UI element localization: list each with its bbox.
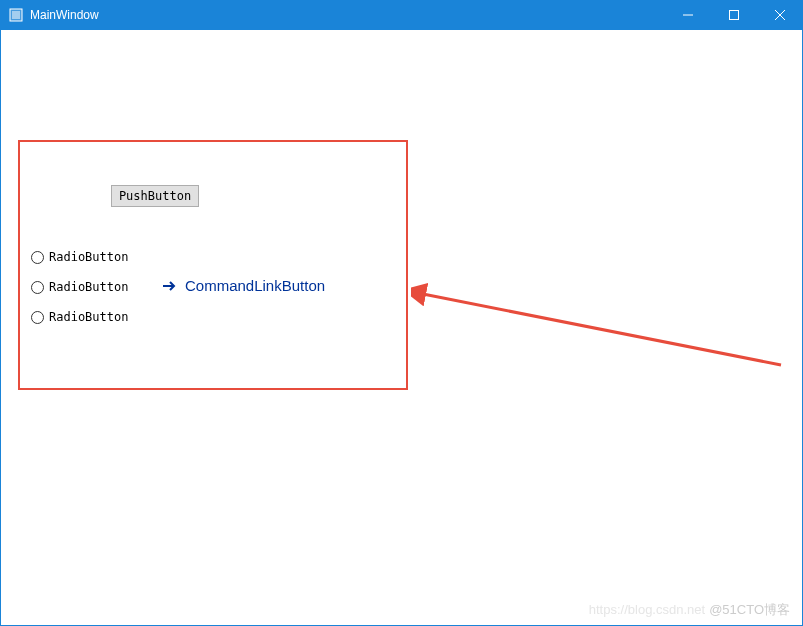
arrow-right-icon [161,278,177,294]
push-button-label: PushButton [119,189,191,203]
radio-button-1[interactable]: RadioButton [31,250,128,264]
client-area: PushButton RadioButton RadioButton Radio… [0,30,803,626]
command-link-label: CommandLinkButton [185,277,325,294]
close-button[interactable] [757,0,803,30]
app-icon [8,7,24,23]
annotation-arrow [411,280,786,370]
radio-label: RadioButton [49,250,128,264]
watermark-text: @51CTO博客 [709,602,790,617]
radio-group: RadioButton RadioButton RadioButton [31,250,128,340]
radio-button-2[interactable]: RadioButton [31,280,128,294]
minimize-button[interactable] [665,0,711,30]
titlebar: MainWindow [0,0,803,30]
radio-icon [31,311,44,324]
svg-rect-3 [730,11,739,20]
radio-button-3[interactable]: RadioButton [31,310,128,324]
radio-icon [31,281,44,294]
svg-rect-1 [12,11,20,19]
maximize-button[interactable] [711,0,757,30]
watermark: https://blog.csdn.net@51CTO博客 [589,601,790,619]
radio-label: RadioButton [49,280,128,294]
radio-icon [31,251,44,264]
command-link-button[interactable]: CommandLinkButton [161,277,341,294]
window-title: MainWindow [30,8,99,22]
svg-line-8 [423,294,781,365]
watermark-url: https://blog.csdn.net [589,602,705,617]
window-controls [665,0,803,30]
push-button[interactable]: PushButton [111,185,199,207]
radio-label: RadioButton [49,310,128,324]
